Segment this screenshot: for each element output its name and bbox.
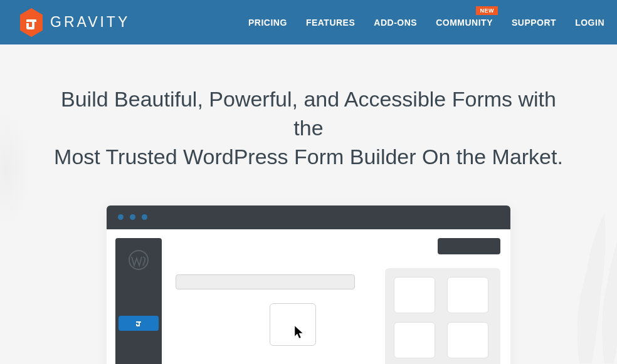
brand-logo[interactable]: GRAVITY bbox=[19, 8, 130, 37]
browser-titlebar bbox=[107, 205, 510, 229]
nav-community-label: COMMUNITY bbox=[436, 18, 493, 28]
field-item bbox=[447, 322, 488, 358]
nav-login[interactable]: LOGIN bbox=[575, 18, 604, 28]
wp-sidebar-active-item bbox=[119, 316, 159, 331]
hero-title-line1: Build Beautiful, Powerful, and Accessibl… bbox=[61, 87, 556, 140]
cursor-icon bbox=[294, 325, 305, 340]
window-dot-1 bbox=[118, 214, 124, 220]
field-panel-header bbox=[438, 238, 500, 254]
wordpress-logo-icon bbox=[128, 249, 149, 271]
window-dot-2 bbox=[130, 214, 135, 220]
hero-title: Build Beautiful, Powerful, and Accessibl… bbox=[51, 85, 566, 172]
field-item bbox=[394, 322, 435, 358]
field-item bbox=[447, 277, 488, 313]
brand-name: GRAVITY bbox=[50, 14, 130, 31]
form-drop-target bbox=[270, 303, 316, 346]
nav-features[interactable]: FEATURES bbox=[306, 18, 355, 28]
nav-pricing[interactable]: PRICING bbox=[248, 18, 287, 28]
nav-community[interactable]: NEW COMMUNITY bbox=[436, 18, 493, 28]
form-field-placeholder bbox=[176, 274, 355, 289]
field-grid bbox=[385, 268, 500, 364]
browser-content bbox=[107, 229, 510, 364]
field-item bbox=[394, 277, 435, 313]
main-nav: PRICING FEATURES ADD-ONS NEW COMMUNITY S… bbox=[248, 18, 604, 28]
wordpress-sidebar bbox=[115, 238, 162, 364]
nav-addons[interactable]: ADD-ONS bbox=[374, 18, 417, 28]
gravity-logo-icon bbox=[19, 8, 44, 37]
window-dot-3 bbox=[142, 214, 147, 220]
hero-title-line2: Most Trusted WordPress Form Builder On t… bbox=[51, 143, 566, 172]
site-header: GRAVITY PRICING FEATURES ADD-ONS NEW COM… bbox=[0, 0, 617, 44]
gravity-small-icon bbox=[134, 319, 143, 328]
form-canvas bbox=[176, 238, 371, 364]
hero-section: Build Beautiful, Powerful, and Accessibl… bbox=[0, 44, 617, 364]
new-badge: NEW bbox=[476, 6, 498, 15]
field-panel bbox=[385, 238, 500, 364]
nav-support[interactable]: SUPPORT bbox=[512, 18, 556, 28]
browser-mockup bbox=[107, 205, 510, 364]
